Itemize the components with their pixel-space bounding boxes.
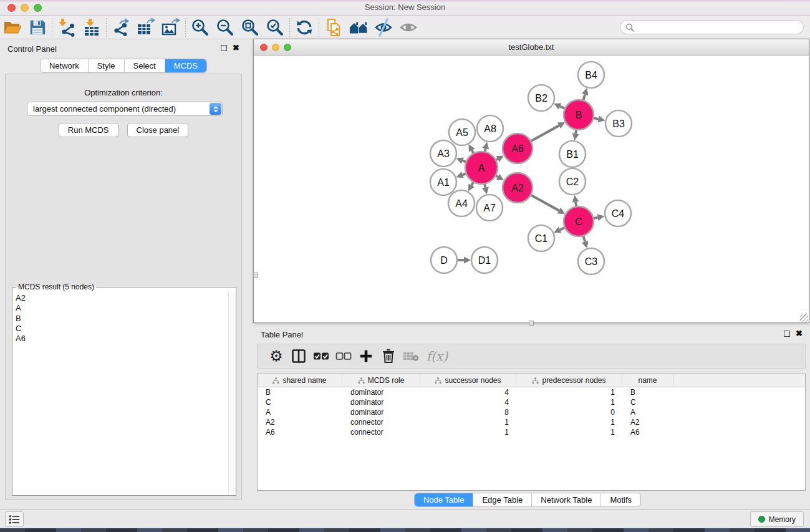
hide-selected-button[interactable]: [371, 17, 396, 38]
application-window: Session: New Session: [0, 0, 810, 532]
graph-edge-C-C3[interactable]: [583, 236, 585, 242]
control-panel-title: Control Panel: [7, 44, 57, 54]
result-item[interactable]: A6: [16, 334, 236, 344]
cell-shared_name: A2: [258, 418, 342, 427]
close-panel-button[interactable]: Close panel: [127, 123, 189, 137]
new-network-from-selection-button[interactable]: [321, 17, 346, 38]
show-column-button[interactable]: [287, 346, 310, 367]
graph-edge-A6-B[interactable]: [531, 125, 559, 141]
node-label: A6: [511, 143, 524, 154]
table-row[interactable]: Bdominator41B: [258, 387, 805, 397]
table-row[interactable]: Adominator80A: [258, 407, 805, 417]
column-header-name[interactable]: name: [622, 374, 673, 387]
node-label: D1: [478, 255, 491, 266]
window-resize-grip[interactable]: [800, 314, 808, 322]
import-table-button[interactable]: [79, 17, 104, 38]
cell-successor_nodes: 8: [420, 408, 516, 417]
edge-arrowhead: [464, 257, 471, 264]
apply-layout-button[interactable]: [292, 17, 317, 38]
column-header-MCDS-role[interactable]: MCDS role: [342, 374, 420, 387]
control-tab-select[interactable]: Select: [125, 59, 165, 72]
import-network-icon: [57, 18, 76, 37]
graph-edge-A2-C[interactable]: [531, 195, 559, 211]
result-item[interactable]: A2: [16, 293, 236, 303]
status-bar: Memory: [0, 509, 810, 528]
columns-icon: [291, 349, 306, 364]
cell-predecessor_nodes: 1: [516, 418, 622, 427]
network-graph[interactable]: AA1A2A3A4A5A6A7A8BB1B2B3B4CC1C2C3C4DD1: [254, 56, 809, 322]
table-options-button[interactable]: ⚙: [265, 346, 287, 367]
open-folder-icon: [2, 19, 22, 36]
run-mcds-button[interactable]: Run MCDS: [59, 123, 118, 137]
trash-icon: [382, 349, 395, 364]
mcds-result-list[interactable]: A2ABCA6: [12, 291, 236, 495]
float-table-panel-icon[interactable]: [784, 331, 790, 337]
result-item[interactable]: B: [16, 314, 236, 324]
import-network-button[interactable]: [54, 17, 79, 38]
show-eye-icon: [399, 18, 418, 37]
criterion-select[interactable]: largest connected component (directed): [27, 102, 223, 116]
graph-edge-B-B4[interactable]: [583, 94, 585, 100]
column-header-successor-nodes[interactable]: successor nodes: [420, 374, 516, 387]
search-field[interactable]: [620, 20, 804, 34]
close-table-panel-icon[interactable]: ✖: [796, 331, 803, 337]
select-all-columns-button[interactable]: [310, 346, 332, 367]
clone-network-icon: [324, 18, 343, 37]
function-builder-button[interactable]: f(x): [422, 346, 452, 367]
node-table[interactable]: shared nameMCDS rolesuccessor nodesprede…: [257, 374, 806, 491]
export-network-button[interactable]: [108, 17, 133, 38]
result-item[interactable]: C: [16, 324, 236, 334]
unselect-all-columns-button[interactable]: [332, 346, 355, 367]
network-window-titlebar[interactable]: testGlobe.txt: [254, 39, 809, 56]
delete-table-button[interactable]: [400, 346, 422, 367]
control-tab-network[interactable]: Network: [41, 59, 89, 72]
memory-button[interactable]: Memory: [750, 511, 804, 527]
column-header-shared-name[interactable]: shared name: [258, 374, 342, 387]
table-tab-node-table[interactable]: Node Table: [415, 493, 474, 506]
cell-successor_nodes: 1: [420, 428, 516, 437]
table-tab-edge-table[interactable]: Edge Table: [473, 493, 532, 506]
control-tab-mcds[interactable]: MCDS: [165, 59, 206, 72]
result-scrollbar[interactable]: [228, 291, 236, 495]
save-session-button[interactable]: [25, 17, 50, 38]
unchecked-boxes-icon: [335, 352, 352, 360]
add-column-button[interactable]: [355, 346, 377, 367]
show-all-button[interactable]: [396, 17, 421, 38]
export-table-button[interactable]: [133, 17, 158, 38]
open-session-button[interactable]: [0, 17, 25, 38]
zoom-out-button[interactable]: [213, 17, 238, 38]
mcds-panel: Optimization criterion: largest connecte…: [5, 74, 242, 500]
left-edge-grip[interactable]: [253, 273, 258, 278]
network-title: testGlobe.txt: [254, 42, 809, 52]
result-item[interactable]: A: [16, 303, 236, 313]
table-tab-motifs[interactable]: Motifs: [601, 493, 640, 506]
table-toolbar: ⚙: [257, 344, 806, 369]
cell-shared_name: C: [258, 398, 342, 407]
delete-columns-button[interactable]: [377, 346, 400, 367]
float-panel-icon[interactable]: [221, 45, 227, 51]
plus-icon: [359, 349, 373, 363]
table-tab-network-table[interactable]: Network Table: [532, 493, 601, 506]
zoom-fit-button[interactable]: [238, 17, 263, 38]
first-neighbors-button[interactable]: [346, 17, 371, 38]
search-input[interactable]: [634, 21, 803, 33]
graph-edge-C-C1[interactable]: [560, 228, 565, 230]
toolbar-separator: [52, 18, 52, 37]
network-canvas[interactable]: AA1A2A3A4A5A6A7A8BB1B2B3B4CC1C2C3C4DD1: [254, 56, 809, 322]
cell-name: C: [622, 398, 673, 407]
table-row[interactable]: A2connector11A2: [258, 417, 805, 427]
graph-edge-B-B2[interactable]: [560, 107, 565, 109]
table-row[interactable]: A6connector11A6: [258, 427, 805, 437]
export-network-icon: [112, 18, 130, 37]
control-panel-tabs: NetworkStyleSelectMCDS: [41, 59, 206, 72]
table-row[interactable]: Cdominator41C: [258, 397, 805, 407]
column-header-predecessor-nodes[interactable]: predecessor nodes: [516, 374, 622, 387]
control-tab-style[interactable]: Style: [89, 59, 125, 72]
refresh-icon: [296, 19, 313, 36]
export-image-button[interactable]: [158, 17, 183, 38]
task-history-button[interactable]: [5, 511, 24, 527]
zoom-in-button[interactable]: [188, 17, 213, 38]
toolbar-separator: [319, 18, 319, 37]
zoom-selected-button[interactable]: [263, 17, 287, 38]
close-panel-icon[interactable]: ✖: [233, 45, 239, 51]
